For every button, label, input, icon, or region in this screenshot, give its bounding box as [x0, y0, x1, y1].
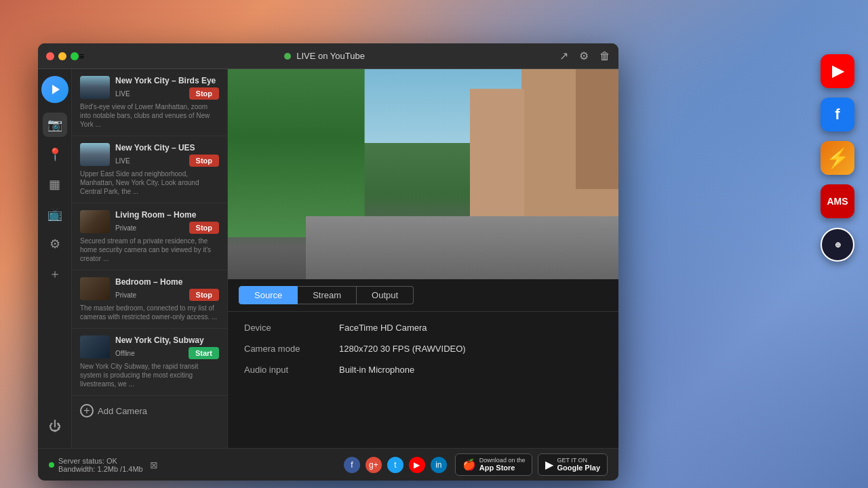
camera-item-nyc-ues[interactable]: New York City – UES LIVE Stop Upper East… — [72, 136, 227, 203]
camera-status-row-2: LIVE Stop — [115, 155, 219, 167]
tab-stream[interactable]: Stream — [298, 286, 357, 304]
app-window: ≡ LIVE on YouTube ↗ ⚙ 🗑 📷 📍 ▦ 📺 ⚙ ＋ ⏻ — [38, 43, 618, 481]
googleplay-icon: ▶ — [545, 458, 553, 471]
building-3 — [576, 69, 618, 189]
camera-name-5: New York City, Subway — [115, 336, 219, 345]
camera-status-3: Private — [115, 224, 136, 232]
camera-name-3: Living Room – Home — [115, 210, 219, 220]
camera-status: LIVE — [115, 90, 130, 98]
camera-item-header-3: Living Room – Home Private Stop — [80, 210, 219, 234]
audio-input-value: Built-in Microphone — [339, 365, 414, 375]
camera-start-button-5[interactable]: Start — [189, 347, 219, 359]
camera-stop-button-2[interactable]: Stop — [189, 155, 219, 167]
device-label: Device — [244, 323, 339, 333]
server-status-text: Server status: OK Bandwidth: 1.2Mb /1.4M… — [58, 457, 143, 473]
camera-status-2: LIVE — [115, 157, 130, 165]
camera-thumbnail-bedroom — [80, 277, 110, 300]
dock-facebook-icon[interactable]: f — [821, 98, 854, 131]
camera-info-4: Bedroom – Home Private Stop — [115, 277, 219, 301]
delete-icon[interactable]: 🗑 — [599, 50, 610, 62]
camera-item-subway[interactable]: New York City, Subway Offline Start New … — [72, 329, 227, 396]
share-icon[interactable]: ↗ — [559, 49, 568, 62]
camera-stop-button-3[interactable]: Stop — [189, 222, 219, 234]
camera-stop-button-1[interactable]: Stop — [189, 87, 219, 100]
camera-thumbnail-living — [80, 210, 110, 233]
camera-item-header-4: Bedroom – Home Private Stop — [80, 277, 219, 301]
camera-description-3: Secured stream of a private residence, t… — [80, 237, 219, 263]
social-googleplus-icon[interactable]: g+ — [366, 457, 382, 473]
device-value: FaceTime HD Camera — [339, 323, 427, 333]
add-camera-icon: + — [80, 404, 94, 418]
sidebar-item-list[interactable]: ▦ — [43, 172, 67, 197]
social-linkedin-icon[interactable]: in — [431, 457, 447, 473]
settings-icon[interactable]: ⚙ — [579, 49, 589, 62]
camera-item-bedroom[interactable]: Bedroom – Home Private Stop The master b… — [72, 270, 227, 329]
camera-name-4: Bedroom – Home — [115, 277, 219, 287]
camera-info-2: New York City – UES LIVE Stop — [115, 143, 219, 167]
camera-info-5: New York City, Subway Offline Start — [115, 336, 219, 359]
social-twitter-icon[interactable]: t — [387, 457, 403, 473]
camera-description: Bird's-eye view of Lower Manhattan, zoom… — [80, 102, 219, 129]
camera-status-row: LIVE Stop — [115, 87, 219, 100]
apple-icon: 🍎 — [462, 458, 476, 471]
appstore-text: Download on the App Store — [479, 457, 526, 473]
live-status-text: LIVE on YouTube — [296, 51, 365, 61]
camera-item-header-5: New York City, Subway Offline Start — [80, 336, 219, 359]
camera-item-nyc-birds[interactable]: New York City – Birds Eye LIVE Stop Bird… — [72, 69, 227, 136]
status-dot — [49, 462, 54, 468]
tab-source[interactable]: Source — [239, 286, 298, 304]
title-bar: ≡ LIVE on YouTube ↗ ⚙ 🗑 — [38, 43, 618, 69]
street-scene — [228, 69, 618, 279]
camera-list-panel: New York City – Birds Eye LIVE Stop Bird… — [72, 69, 228, 448]
sidebar-item-settings[interactable]: ⚙ — [43, 232, 67, 256]
app-logo[interactable] — [41, 76, 68, 103]
dock-flash-icon[interactable]: ⚡ — [821, 141, 854, 175]
appstore-badge[interactable]: 🍎 Download on the App Store — [455, 453, 533, 476]
sidebar-item-monitor[interactable]: 📺 — [43, 202, 67, 226]
server-status: Server status: OK Bandwidth: 1.2Mb /1.4M… — [49, 457, 336, 473]
sidebar-item-cameras[interactable]: 📷 — [43, 113, 67, 137]
store-badges: 🍎 Download on the App Store ▶ GET IT ON … — [455, 453, 608, 476]
googleplay-badge[interactable]: ▶ GET IT ON Google Play — [538, 453, 608, 476]
device-info-panel: Device FaceTime HD Camera Camera mode 12… — [228, 312, 618, 448]
social-youtube-icon[interactable]: ▶ — [409, 457, 425, 473]
camera-thumbnail-nyc-ues — [80, 143, 110, 166]
menu-icon[interactable]: ≡ — [79, 51, 84, 62]
camera-status-row-4: Private Stop — [115, 289, 219, 301]
bandwidth-icon: ⊠ — [150, 460, 158, 470]
add-camera-button[interactable]: + Add Camera — [72, 396, 227, 426]
tab-output[interactable]: Output — [357, 286, 414, 304]
camera-name: New York City – Birds Eye — [115, 76, 219, 85]
sidebar-item-location[interactable]: 📍 — [43, 142, 67, 167]
dock-ams-icon[interactable]: AMS — [821, 184, 854, 218]
minimize-button[interactable] — [58, 52, 66, 60]
camera-mode-label: Camera mode — [244, 344, 339, 354]
social-facebook-icon[interactable]: f — [344, 457, 360, 473]
camera-info: New York City – Birds Eye LIVE Stop — [115, 76, 219, 100]
add-camera-label: Add Camera — [98, 406, 147, 416]
camera-item-living-room[interactable]: Living Room – Home Private Stop Secured … — [72, 203, 227, 270]
camera-thumbnail-nyc-birds — [80, 76, 110, 99]
camera-thumbnail-subway — [80, 336, 110, 359]
dock-youtube-icon[interactable]: ▶ — [821, 54, 854, 88]
camera-status-row-5: Offline Start — [115, 347, 219, 359]
dock-s5-icon[interactable]: ⊕ — [821, 228, 854, 262]
camera-stop-button-4[interactable]: Stop — [189, 289, 219, 301]
sidebar-item-add[interactable]: ＋ — [43, 262, 67, 286]
trees — [228, 69, 365, 237]
content-area: 📷 📍 ▦ 📺 ⚙ ＋ ⏻ New York City – Birds Eye … — [38, 69, 618, 448]
sidebar-item-power[interactable]: ⏻ — [43, 414, 67, 439]
close-button[interactable] — [46, 52, 54, 60]
camera-status-4: Private — [115, 291, 136, 299]
main-preview: Source Stream Output Device FaceTime HD … — [228, 69, 618, 448]
camera-description-2: Upper East Side and neighborhood, Manhat… — [80, 169, 219, 196]
title-bar-actions: ↗ ⚙ 🗑 — [559, 49, 610, 62]
road — [306, 216, 618, 279]
title-bar-center: ≡ LIVE on YouTube — [79, 51, 559, 62]
audio-input-label: Audio input — [244, 365, 339, 375]
maximize-button[interactable] — [71, 52, 79, 60]
footer: Server status: OK Bandwidth: 1.2Mb /1.4M… — [38, 448, 618, 481]
social-icons: f g+ t ▶ in — [344, 457, 447, 473]
video-preview — [228, 69, 618, 279]
camera-name-2: New York City – UES — [115, 143, 219, 152]
